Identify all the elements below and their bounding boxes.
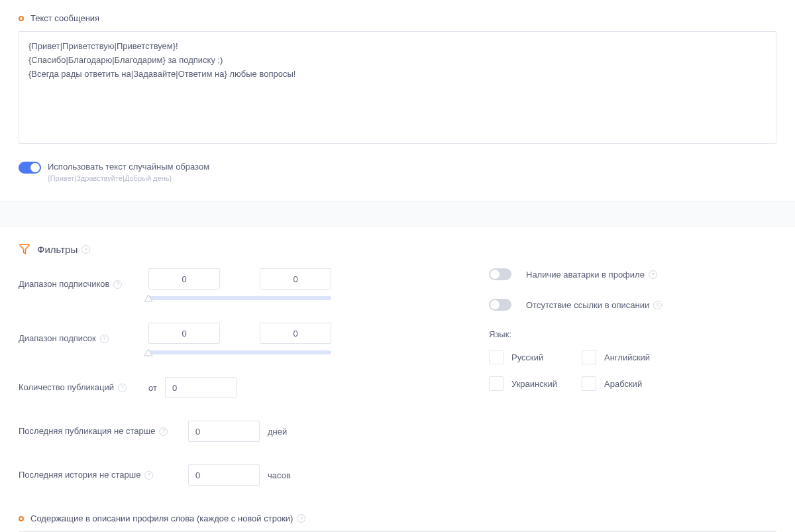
- avatar-toggle[interactable]: [489, 268, 511, 280]
- message-text-header: Текст сообщения: [19, 13, 776, 23]
- language-item-russian: Русский: [489, 350, 582, 364]
- profile-words-label: Содержащие в описании профиля слова (каж…: [30, 513, 293, 523]
- bullet-icon: [19, 16, 24, 21]
- language-checkbox-russian[interactable]: [489, 350, 504, 364]
- subscriptions-range-label: Диапазон подписок ?: [19, 333, 148, 345]
- publications-row: Количество публикаций ? от: [19, 377, 343, 398]
- subscriptions-max-input[interactable]: [260, 323, 331, 344]
- last-publication-input[interactable]: [188, 421, 260, 442]
- message-text-input[interactable]: [19, 31, 776, 144]
- subscriptions-range-row: Диапазон подписок ?: [19, 323, 343, 354]
- help-icon[interactable]: ?: [118, 384, 127, 392]
- profile-words-header: Содержащие в описании профиля слова (каж…: [19, 513, 776, 523]
- filters-left-column: Диапазон подписчиков ? Диапазон подписок…: [19, 268, 343, 486]
- svg-marker-0: [20, 244, 30, 254]
- language-label: Язык:: [489, 329, 776, 339]
- random-text-toggle-hint: {Привет|Здравствуйте|Добрый день}: [48, 174, 209, 182]
- help-icon[interactable]: ?: [649, 270, 657, 279]
- svg-marker-2: [144, 349, 152, 356]
- publications-from-label: от: [148, 383, 157, 393]
- subscriptions-slider[interactable]: [148, 350, 331, 354]
- nolink-toggle-label: Отсутствие ссылки в описании: [526, 300, 649, 310]
- nolink-toggle[interactable]: [489, 299, 511, 311]
- message-text-label: Текст сообщения: [30, 13, 99, 23]
- help-icon[interactable]: ?: [653, 301, 662, 309]
- filters-right-column: Наличие аватарки в профиле ? Отсутствие …: [396, 268, 776, 486]
- language-item-ukrainian: Украинский: [489, 376, 582, 391]
- language-item-english: Английский: [582, 350, 674, 364]
- language-grid: Русский Английский Украинский Арабский: [489, 350, 776, 391]
- subscriptions-range-inputs: [148, 323, 331, 354]
- language-name: Украинский: [511, 379, 557, 389]
- section-divider: [0, 201, 795, 227]
- subscriptions-min-input[interactable]: [148, 323, 220, 344]
- toggle-knob: [490, 300, 500, 309]
- last-story-unit: часов: [268, 470, 291, 480]
- subscribers-range-pair: [148, 268, 331, 290]
- subscribers-range-label: Диапазон подписчиков ?: [19, 278, 148, 290]
- filters-title: Фильтры: [37, 244, 78, 255]
- publications-label: Количество публикаций ?: [19, 382, 148, 394]
- subscribers-range-inputs: [148, 268, 331, 300]
- nolink-toggle-row: Отсутствие ссылки в описании ?: [489, 299, 776, 311]
- bullet-icon: [19, 516, 24, 521]
- subscriptions-range-pair: [148, 323, 331, 344]
- slider-handle-icon[interactable]: [143, 347, 154, 358]
- language-name: Русский: [511, 352, 543, 362]
- publications-input[interactable]: [165, 377, 237, 398]
- avatar-toggle-row: Наличие аватарки в профиле ?: [489, 268, 776, 280]
- last-publication-row: Последняя публикация не старше ? дней: [19, 421, 343, 442]
- help-icon[interactable]: ?: [144, 471, 153, 480]
- help-icon[interactable]: ?: [159, 427, 168, 436]
- slider-handle-icon[interactable]: [143, 293, 154, 303]
- svg-marker-1: [144, 295, 152, 301]
- help-icon[interactable]: ?: [100, 335, 109, 343]
- last-story-row: Последняя история не старше ? часов: [19, 464, 343, 486]
- subscribers-max-input[interactable]: [260, 268, 331, 290]
- help-icon[interactable]: ?: [81, 245, 90, 254]
- filters-header: Фильтры ?: [0, 227, 795, 268]
- language-item-arabic: Арабский: [582, 376, 674, 391]
- subscribers-slider[interactable]: [148, 296, 331, 300]
- filter-icon: [19, 243, 30, 255]
- random-text-toggle-label: Использовать текст случайным образом: [48, 162, 209, 172]
- last-story-input[interactable]: [188, 464, 260, 486]
- language-checkbox-english[interactable]: [582, 350, 596, 364]
- message-text-section: Текст сообщения Использовать текст случа…: [0, 0, 795, 195]
- random-text-toggle-text: Использовать текст случайным образом {Пр…: [48, 162, 209, 182]
- language-name: Английский: [604, 352, 650, 362]
- avatar-toggle-label: Наличие аватарки в профиле: [526, 270, 645, 280]
- subscribers-range-row: Диапазон подписчиков ?: [19, 268, 343, 300]
- filters-body: Диапазон подписчиков ? Диапазон подписок…: [0, 268, 795, 505]
- random-text-toggle-row: Использовать текст случайным образом {Пр…: [19, 162, 776, 182]
- help-icon[interactable]: ?: [113, 280, 122, 289]
- profile-words-section: Содержащие в описании профиля слова (каж…: [0, 505, 795, 532]
- toggle-knob: [30, 163, 40, 172]
- language-checkbox-arabic[interactable]: [582, 376, 596, 391]
- help-icon[interactable]: ?: [297, 514, 305, 523]
- random-text-toggle[interactable]: [19, 162, 41, 174]
- subscribers-min-input[interactable]: [148, 268, 220, 290]
- toggle-knob: [490, 270, 500, 279]
- last-story-label: Последняя история не старше ?: [19, 469, 188, 481]
- last-publication-label: Последняя публикация не старше ?: [19, 425, 188, 437]
- language-checkbox-ukrainian[interactable]: [489, 376, 504, 391]
- last-publication-unit: дней: [268, 427, 287, 437]
- language-name: Арабский: [604, 379, 642, 389]
